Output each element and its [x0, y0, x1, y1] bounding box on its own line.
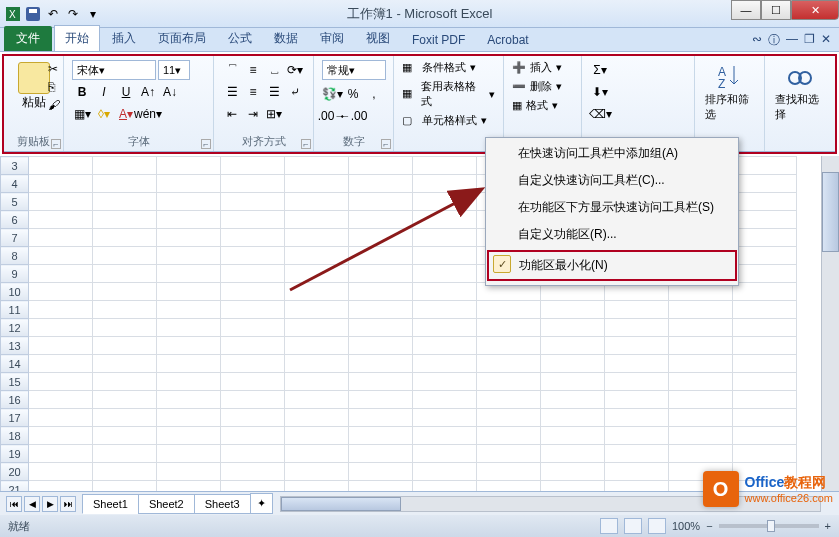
cell[interactable] [413, 247, 477, 265]
cell[interactable] [733, 301, 797, 319]
cell[interactable] [733, 409, 797, 427]
cell[interactable] [285, 391, 349, 409]
number-dialog-icon[interactable]: ⌐ [381, 139, 391, 149]
menu-customize-ribbon[interactable]: 自定义功能区(R)... [488, 221, 736, 248]
cell[interactable] [477, 427, 541, 445]
cell[interactable] [605, 409, 669, 427]
cell[interactable] [29, 373, 93, 391]
find-select-button[interactable]: 查找和选择 [773, 60, 827, 124]
cell[interactable] [733, 247, 797, 265]
cell[interactable] [157, 265, 221, 283]
cell[interactable] [221, 391, 285, 409]
insert-cells-button[interactable]: ➕ 插入 ▾ [512, 60, 573, 75]
fill-color-icon[interactable]: ◊▾ [94, 104, 114, 124]
tab-nav-next-icon[interactable]: ▶ [42, 496, 58, 512]
zoom-level[interactable]: 100% [672, 520, 700, 532]
row-header[interactable]: 10 [1, 283, 29, 301]
normal-view-icon[interactable] [600, 518, 618, 534]
cell[interactable] [221, 427, 285, 445]
row-header[interactable]: 18 [1, 427, 29, 445]
cell[interactable] [29, 463, 93, 481]
cell[interactable] [349, 409, 413, 427]
decrease-indent-icon[interactable]: ⇤ [222, 104, 242, 124]
close-button[interactable]: ✕ [791, 0, 839, 20]
delete-cells-button[interactable]: ➖ 删除 ▾ [512, 79, 573, 94]
cell[interactable] [221, 409, 285, 427]
minimize-ribbon-icon[interactable]: ∾ [752, 32, 762, 49]
cell[interactable] [221, 211, 285, 229]
cell[interactable] [221, 283, 285, 301]
help-icon[interactable]: ⓘ [768, 32, 780, 49]
cell[interactable] [605, 319, 669, 337]
cell[interactable] [733, 445, 797, 463]
cell[interactable] [29, 247, 93, 265]
cell[interactable] [349, 463, 413, 481]
zoom-out-icon[interactable]: − [706, 520, 712, 532]
cell[interactable] [669, 391, 733, 409]
cell[interactable] [477, 409, 541, 427]
cell[interactable] [349, 373, 413, 391]
cell[interactable] [477, 391, 541, 409]
cell[interactable] [733, 373, 797, 391]
row-header[interactable]: 20 [1, 463, 29, 481]
cell[interactable] [93, 373, 157, 391]
minimize-button[interactable]: — [731, 0, 761, 20]
save-icon[interactable] [24, 5, 42, 23]
cell[interactable] [413, 481, 477, 492]
cell[interactable] [157, 229, 221, 247]
cell[interactable] [477, 301, 541, 319]
cell[interactable] [733, 193, 797, 211]
cell[interactable] [541, 445, 605, 463]
cell[interactable] [349, 175, 413, 193]
sheet-tab-2[interactable]: Sheet2 [138, 494, 195, 514]
cell[interactable] [477, 355, 541, 373]
bold-button[interactable]: B [72, 82, 92, 102]
sort-filter-button[interactable]: AZ 排序和筛选 [703, 60, 756, 124]
cell[interactable] [29, 409, 93, 427]
align-top-icon[interactable]: ⎴ [222, 60, 242, 80]
cell[interactable] [605, 391, 669, 409]
font-dialog-icon[interactable]: ⌐ [201, 139, 211, 149]
cell[interactable] [669, 319, 733, 337]
autosum-icon[interactable]: Σ▾ [590, 60, 610, 80]
cell[interactable] [157, 283, 221, 301]
cell[interactable] [733, 229, 797, 247]
cell[interactable] [29, 391, 93, 409]
cell[interactable] [29, 175, 93, 193]
cell[interactable] [477, 319, 541, 337]
cell[interactable] [93, 175, 157, 193]
menu-minimize-ribbon[interactable]: ✓ 功能区最小化(N) [489, 252, 735, 279]
cell[interactable] [93, 445, 157, 463]
cell[interactable] [413, 337, 477, 355]
tab-data[interactable]: 数据 [264, 26, 308, 51]
mdi-minimize-icon[interactable]: — [786, 32, 798, 49]
cell[interactable] [413, 373, 477, 391]
tab-nav-prev-icon[interactable]: ◀ [24, 496, 40, 512]
cell-styles-button[interactable]: ▢ 单元格样式 ▾ [402, 113, 495, 128]
tab-foxit[interactable]: Foxit PDF [402, 29, 475, 51]
clear-icon[interactable]: ⌫▾ [590, 104, 610, 124]
cell[interactable] [157, 445, 221, 463]
cell[interactable] [93, 409, 157, 427]
number-format-combo[interactable]: 常规 ▾ [322, 60, 386, 80]
cell[interactable] [605, 481, 669, 492]
cell[interactable] [477, 373, 541, 391]
row-header[interactable]: 13 [1, 337, 29, 355]
italic-button[interactable]: I [94, 82, 114, 102]
row-header[interactable]: 16 [1, 391, 29, 409]
sheet-tab-3[interactable]: Sheet3 [194, 494, 251, 514]
comma-icon[interactable]: , [364, 84, 384, 104]
font-name-combo[interactable]: 宋体 ▾ [72, 60, 156, 80]
cell[interactable] [349, 355, 413, 373]
cell[interactable] [29, 211, 93, 229]
cell[interactable] [733, 283, 797, 301]
cell[interactable] [29, 157, 93, 175]
cell[interactable] [221, 301, 285, 319]
cell[interactable] [349, 481, 413, 492]
cell[interactable] [221, 175, 285, 193]
cell[interactable] [541, 481, 605, 492]
cell[interactable] [541, 463, 605, 481]
format-cells-button[interactable]: ▦ 格式 ▾ [512, 98, 573, 113]
redo-icon[interactable]: ↷ [64, 5, 82, 23]
row-header[interactable]: 15 [1, 373, 29, 391]
